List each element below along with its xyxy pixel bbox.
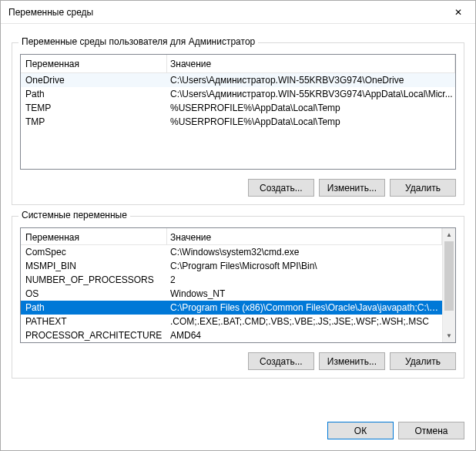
column-header-value[interactable]: Значение bbox=[167, 55, 455, 72]
var-value: %USERPROFILE%\AppData\Local\Temp bbox=[167, 101, 455, 115]
var-name: PROCESSOR_ARCHITECTURE bbox=[21, 328, 167, 342]
table-row[interactable]: OneDriveC:\Users\Администратор.WIN-55KRB… bbox=[21, 73, 455, 87]
scroll-up-icon[interactable]: ▲ bbox=[443, 228, 455, 241]
column-header-value[interactable]: Значение bbox=[167, 228, 442, 244]
var-name: Path bbox=[21, 87, 167, 101]
system-vars-list[interactable]: Переменная Значение ComSpecC:\Windows\sy… bbox=[20, 227, 456, 343]
var-value: 2 bbox=[167, 273, 442, 287]
system-vars-label: Системные переменные bbox=[18, 210, 130, 220]
ok-button[interactable]: ОК bbox=[327, 422, 394, 439]
table-row[interactable]: MSMPI_BINC:\Program Files\Microsoft MPI\… bbox=[21, 259, 442, 273]
column-header-variable[interactable]: Переменная bbox=[21, 55, 167, 72]
var-value: AMD64 bbox=[167, 328, 442, 342]
close-icon: ✕ bbox=[454, 7, 462, 18]
var-value: C:\Program Files\Microsoft MPI\Bin\ bbox=[167, 259, 442, 273]
user-edit-button[interactable]: Изменить... bbox=[319, 179, 385, 197]
scroll-down-icon[interactable]: ▼ bbox=[443, 329, 455, 342]
system-edit-button[interactable]: Изменить... bbox=[319, 352, 385, 370]
table-row[interactable]: PathC:\Users\Администратор.WIN-55KRBV3G9… bbox=[21, 87, 455, 101]
table-row[interactable]: NUMBER_OF_PROCESSORS2 bbox=[21, 273, 442, 287]
column-header-variable[interactable]: Переменная bbox=[21, 228, 167, 244]
table-row[interactable]: OSWindows_NT bbox=[21, 287, 442, 301]
table-row[interactable]: TMP%USERPROFILE%\AppData\Local\Temp bbox=[21, 115, 455, 129]
dialog-footer: ОК Отмена bbox=[1, 411, 475, 450]
user-vars-group: Переменные среды пользователя для Админи… bbox=[12, 42, 464, 205]
table-row[interactable]: PROCESSOR_ARCHITECTUREAMD64 bbox=[21, 328, 442, 342]
table-row[interactable]: ComSpecC:\Windows\system32\cmd.exe bbox=[21, 245, 442, 259]
system-vars-header: Переменная Значение bbox=[21, 228, 442, 245]
var-value: .COM;.EXE;.BAT;.CMD;.VBS;.VBE;.JS;.JSE;.… bbox=[167, 315, 442, 328]
var-value: C:\Program Files (x86)\Common Files\Orac… bbox=[167, 301, 442, 315]
scrollbar[interactable]: ▲ ▼ bbox=[442, 228, 455, 342]
system-new-button[interactable]: Создать... bbox=[248, 352, 314, 370]
user-delete-button[interactable]: Удалить bbox=[390, 179, 456, 197]
var-name: TMP bbox=[21, 115, 167, 129]
user-vars-label: Переменные среды пользователя для Админи… bbox=[18, 36, 258, 47]
var-name: PATHEXT bbox=[21, 315, 167, 328]
var-name: ComSpec bbox=[21, 245, 167, 259]
table-row[interactable]: PathC:\Program Files (x86)\Common Files\… bbox=[21, 301, 442, 315]
user-new-button[interactable]: Создать... bbox=[248, 179, 314, 197]
var-name: TEMP bbox=[21, 101, 167, 115]
system-vars-buttons: Создать... Изменить... Удалить bbox=[20, 352, 456, 370]
table-row[interactable]: TEMP%USERPROFILE%\AppData\Local\Temp bbox=[21, 101, 455, 115]
var-name: Path bbox=[21, 301, 167, 315]
titlebar: Переменные среды ✕ bbox=[1, 1, 475, 24]
var-value: Windows_NT bbox=[167, 287, 442, 301]
cancel-button[interactable]: Отмена bbox=[398, 422, 464, 439]
scroll-thumb[interactable] bbox=[444, 241, 454, 311]
env-vars-dialog: Переменные среды ✕ Переменные среды поль… bbox=[0, 0, 476, 451]
var-name: MSMPI_BIN bbox=[21, 259, 167, 273]
var-name: NUMBER_OF_PROCESSORS bbox=[21, 273, 167, 287]
var-value: %USERPROFILE%\AppData\Local\Temp bbox=[167, 115, 455, 129]
user-vars-header: Переменная Значение bbox=[21, 55, 455, 73]
var-name: OS bbox=[21, 287, 167, 301]
dialog-body: Переменные среды пользователя для Админи… bbox=[1, 24, 475, 411]
window-title: Переменные среды bbox=[8, 7, 441, 18]
table-row[interactable]: PATHEXT.COM;.EXE;.BAT;.CMD;.VBS;.VBE;.JS… bbox=[21, 315, 442, 328]
user-vars-buttons: Создать... Изменить... Удалить bbox=[20, 179, 456, 197]
var-value: C:\Users\Администратор.WIN-55KRBV3G974\O… bbox=[167, 73, 455, 87]
system-delete-button[interactable]: Удалить bbox=[390, 352, 456, 370]
system-vars-group: Системные переменные Переменная Значение… bbox=[12, 216, 464, 379]
close-button[interactable]: ✕ bbox=[441, 1, 475, 24]
var-name: OneDrive bbox=[21, 73, 167, 87]
user-vars-list[interactable]: Переменная Значение OneDriveC:\Users\Адм… bbox=[20, 54, 456, 170]
var-value: C:\Users\Администратор.WIN-55KRBV3G974\A… bbox=[167, 87, 455, 101]
var-value: C:\Windows\system32\cmd.exe bbox=[167, 245, 442, 259]
